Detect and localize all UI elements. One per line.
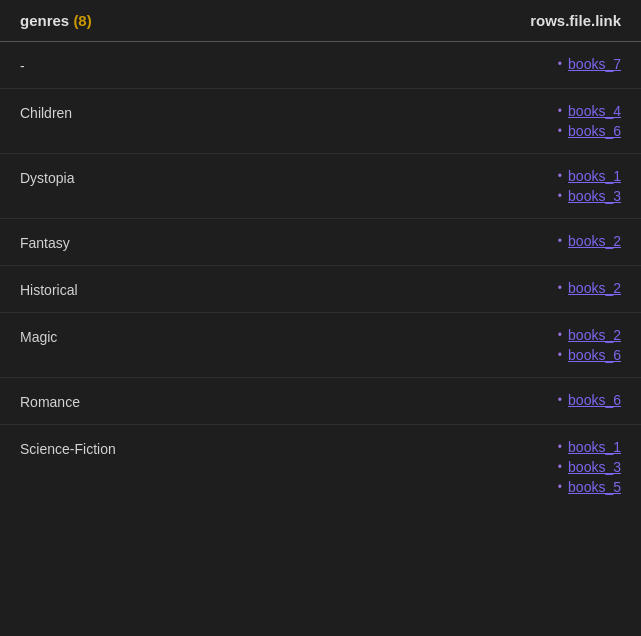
bullet-icon: •: [558, 189, 562, 203]
file-link[interactable]: books_1: [568, 168, 621, 184]
file-link[interactable]: books_6: [568, 123, 621, 139]
link-item: •books_2: [558, 280, 621, 296]
links-cell: •books_7: [558, 56, 621, 72]
link-item: •books_2: [558, 327, 621, 343]
link-item: •books_4: [558, 103, 621, 119]
genre-cell: Science-Fiction: [20, 439, 140, 457]
file-link[interactable]: books_5: [568, 479, 621, 495]
header-count: (8): [73, 12, 91, 29]
bullet-icon: •: [558, 169, 562, 183]
genre-cell: Romance: [20, 392, 140, 410]
file-link[interactable]: books_3: [568, 188, 621, 204]
table-row: Historical•books_2: [0, 266, 641, 313]
genre-cell: Fantasy: [20, 233, 140, 251]
bullet-icon: •: [558, 124, 562, 138]
header-genres: genres (8): [20, 12, 92, 29]
file-link[interactable]: books_4: [568, 103, 621, 119]
table-header: genres (8) rows.file.link: [0, 0, 641, 42]
bullet-icon: •: [558, 440, 562, 454]
links-cell: •books_6: [558, 392, 621, 408]
link-item: •books_3: [558, 459, 621, 475]
genre-cell: Children: [20, 103, 140, 121]
genre-cell: Dystopia: [20, 168, 140, 186]
links-cell: •books_4•books_6: [558, 103, 621, 139]
bullet-icon: •: [558, 460, 562, 474]
link-item: •books_3: [558, 188, 621, 204]
file-link[interactable]: books_2: [568, 280, 621, 296]
table-row: Science-Fiction•books_1•books_3•books_5: [0, 425, 641, 509]
table-row: Romance•books_6: [0, 378, 641, 425]
file-link[interactable]: books_6: [568, 392, 621, 408]
bullet-icon: •: [558, 480, 562, 494]
bullet-icon: •: [558, 234, 562, 248]
header-file-link: rows.file.link: [530, 12, 621, 29]
file-link[interactable]: books_7: [568, 56, 621, 72]
file-link[interactable]: books_2: [568, 327, 621, 343]
link-item: •books_6: [558, 123, 621, 139]
links-cell: •books_1•books_3: [558, 168, 621, 204]
table-row: -•books_7: [0, 42, 641, 89]
file-link[interactable]: books_2: [568, 233, 621, 249]
link-item: •books_6: [558, 392, 621, 408]
link-item: •books_5: [558, 479, 621, 495]
link-item: •books_2: [558, 233, 621, 249]
link-item: •books_1: [558, 439, 621, 455]
bullet-icon: •: [558, 328, 562, 342]
file-link[interactable]: books_3: [568, 459, 621, 475]
bullet-icon: •: [558, 348, 562, 362]
link-item: •books_1: [558, 168, 621, 184]
link-item: •books_6: [558, 347, 621, 363]
genre-cell: Magic: [20, 327, 140, 345]
links-cell: •books_2•books_6: [558, 327, 621, 363]
table-row: Children•books_4•books_6: [0, 89, 641, 154]
bullet-icon: •: [558, 57, 562, 71]
table-body: -•books_7Children•books_4•books_6Dystopi…: [0, 42, 641, 509]
bullet-icon: •: [558, 104, 562, 118]
file-link[interactable]: books_6: [568, 347, 621, 363]
file-link[interactable]: books_1: [568, 439, 621, 455]
links-cell: •books_2: [558, 280, 621, 296]
link-item: •books_7: [558, 56, 621, 72]
header-genres-label: genres: [20, 12, 69, 29]
genre-cell: -: [20, 56, 140, 74]
table-row: Fantasy•books_2: [0, 219, 641, 266]
links-cell: •books_1•books_3•books_5: [558, 439, 621, 495]
genre-cell: Historical: [20, 280, 140, 298]
links-cell: •books_2: [558, 233, 621, 249]
main-table: genres (8) rows.file.link -•books_7Child…: [0, 0, 641, 509]
bullet-icon: •: [558, 393, 562, 407]
table-row: Dystopia•books_1•books_3: [0, 154, 641, 219]
bullet-icon: •: [558, 281, 562, 295]
table-row: Magic•books_2•books_6: [0, 313, 641, 378]
